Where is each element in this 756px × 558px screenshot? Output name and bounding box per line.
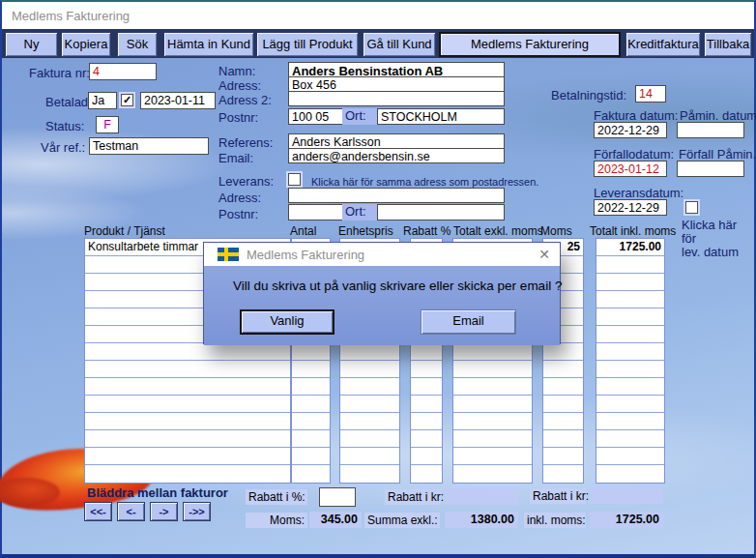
goto-customer-button[interactable]: Gå till Kund <box>363 32 436 57</box>
close-icon[interactable]: ✕ <box>538 247 550 262</box>
reference-field[interactable]: Anders Karlsson <box>288 133 505 149</box>
address-field[interactable]: Box 456 <box>288 76 505 92</box>
table-cell[interactable] <box>596 448 664 465</box>
table-cell[interactable] <box>85 465 290 483</box>
table-cell[interactable] <box>453 343 532 361</box>
add-product-button[interactable]: Lägg till Produkt <box>256 32 359 57</box>
invoice-number-field[interactable]: 4 <box>89 63 157 80</box>
discount-kr1-field[interactable] <box>445 488 518 505</box>
table-cell[interactable] <box>596 430 664 448</box>
table-cell[interactable] <box>453 448 532 465</box>
invoice-date-field[interactable]: 2022-12-29 <box>594 122 667 138</box>
last-invoice-button[interactable]: ->> <box>183 502 211 521</box>
table-cell[interactable] <box>340 448 399 465</box>
table-cell[interactable] <box>340 430 399 448</box>
table-cell[interactable] <box>453 361 532 378</box>
table-cell[interactable] <box>340 396 399 413</box>
table-cell[interactable] <box>453 465 532 483</box>
copy-button[interactable]: Kopiera <box>61 32 111 57</box>
table-cell[interactable]: 1725.00 <box>596 239 664 256</box>
table-cell[interactable] <box>596 465 664 483</box>
status-field[interactable]: F <box>96 116 119 133</box>
table-cell[interactable] <box>340 465 399 483</box>
next-invoice-button[interactable]: -> <box>150 502 178 521</box>
table-cell[interactable] <box>292 465 330 483</box>
table-cell[interactable] <box>453 396 532 413</box>
print-email-button[interactable]: Email <box>421 309 516 335</box>
table-cell[interactable] <box>85 396 290 413</box>
address2-field[interactable] <box>288 91 505 106</box>
table-cell[interactable] <box>85 343 290 361</box>
delivery-address-field[interactable] <box>288 188 505 203</box>
table-cell[interactable] <box>543 430 583 448</box>
paid-date-field[interactable]: 2023-01-11 <box>140 92 216 109</box>
table-cell[interactable] <box>340 361 399 378</box>
table-cell[interactable] <box>596 308 664 326</box>
table-cell[interactable] <box>411 430 442 448</box>
table-cell[interactable] <box>543 378 583 396</box>
member-invoicing-button[interactable]: Medlems Fakturering <box>439 32 621 57</box>
table-cell[interactable] <box>453 378 532 396</box>
credit-invoice-button[interactable]: Kreditfaktura <box>625 32 701 57</box>
table-cell[interactable] <box>292 378 330 396</box>
table-cell[interactable] <box>85 378 290 396</box>
paid-field[interactable]: Ja <box>88 92 117 109</box>
first-invoice-button[interactable]: <<- <box>84 502 112 521</box>
name-field[interactable]: Anders Bensinstation AB <box>288 62 505 77</box>
table-cell[interactable] <box>292 430 330 448</box>
table-cell[interactable] <box>292 448 330 465</box>
back-button[interactable]: Tillbaka <box>704 32 752 57</box>
table-cell[interactable] <box>543 361 583 378</box>
email-field[interactable]: anders@andersbensin.se <box>288 148 505 163</box>
table-cell[interactable] <box>596 413 664 430</box>
table-cell[interactable] <box>596 326 664 343</box>
table-cell[interactable] <box>292 413 330 430</box>
city-field[interactable]: STOCKHOLM <box>377 108 505 125</box>
table-cell[interactable] <box>543 396 583 413</box>
table-cell[interactable] <box>596 396 664 413</box>
table-cell[interactable] <box>411 413 442 430</box>
due-date-field[interactable]: 2023-01-12 <box>594 161 667 177</box>
delivery-date-field[interactable]: 2022-12-29 <box>594 199 667 216</box>
table-cell[interactable] <box>340 413 399 430</box>
our-ref-field[interactable]: Testman <box>89 137 209 155</box>
table-cell[interactable] <box>596 291 664 308</box>
new-button[interactable]: Ny <box>5 32 58 57</box>
table-cell[interactable] <box>292 361 330 378</box>
due-reminder-field[interactable] <box>677 161 744 177</box>
table-cell[interactable] <box>453 413 532 430</box>
table-cell[interactable] <box>292 396 330 413</box>
table-cell[interactable] <box>85 361 290 378</box>
table-cell[interactable] <box>411 378 442 396</box>
table-cell[interactable] <box>543 448 583 465</box>
table-cell[interactable] <box>411 361 442 378</box>
discount-pct-input[interactable] <box>319 487 356 507</box>
table-cell[interactable] <box>85 430 290 448</box>
discount-kr2-field[interactable] <box>590 487 663 504</box>
table-cell[interactable] <box>596 378 664 396</box>
table-cell[interactable] <box>292 343 330 361</box>
table-cell[interactable] <box>340 343 399 361</box>
paid-checkbox[interactable]: ✓ <box>121 94 133 106</box>
search-button[interactable]: Sök <box>117 32 158 57</box>
table-cell[interactable] <box>596 256 664 274</box>
prev-invoice-button[interactable]: <- <box>117 502 145 521</box>
table-cell[interactable] <box>596 274 664 291</box>
table-cell[interactable] <box>411 465 442 483</box>
table-cell[interactable] <box>543 413 583 430</box>
table-cell[interactable] <box>543 465 583 483</box>
table-cell[interactable] <box>596 343 664 361</box>
payment-terms-field[interactable]: 14 <box>635 85 666 103</box>
reminder-date-field[interactable] <box>677 122 744 138</box>
table-cell[interactable] <box>411 343 442 361</box>
table-cell[interactable] <box>453 430 532 448</box>
table-cell[interactable] <box>596 361 664 378</box>
delivery-date-checkbox[interactable] <box>685 201 698 214</box>
table-cell[interactable] <box>411 396 442 413</box>
table-cell[interactable] <box>85 448 290 465</box>
table-cell[interactable] <box>85 413 290 430</box>
fetch-customer-button[interactable]: Hämta in Kund <box>163 32 254 57</box>
table-cell[interactable] <box>411 448 442 465</box>
table-cell[interactable] <box>543 343 583 361</box>
table-cell[interactable] <box>340 378 399 396</box>
